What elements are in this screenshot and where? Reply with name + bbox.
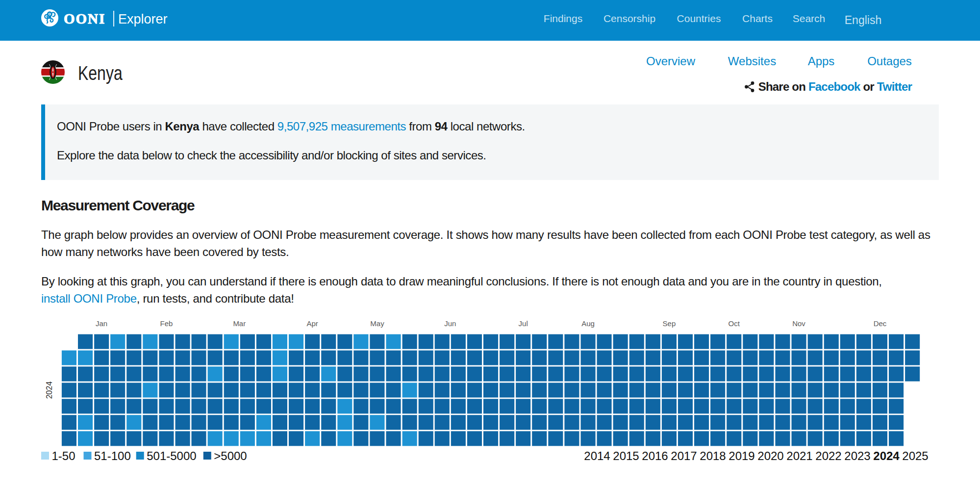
svg-text:2024: 2024 — [45, 382, 53, 399]
svg-text:Mar: Mar — [233, 319, 246, 328]
svg-text:2023: 2023 — [844, 449, 870, 462]
svg-text:2022: 2022 — [815, 449, 841, 462]
svg-text:1-50: 1-50 — [52, 449, 75, 462]
svg-text:2017: 2017 — [671, 449, 697, 462]
svg-text:2021: 2021 — [786, 449, 812, 462]
svg-text:Jan: Jan — [96, 319, 107, 328]
svg-text:Jul: Jul — [519, 319, 528, 328]
svg-text:Sep: Sep — [663, 319, 676, 328]
svg-text:Jun: Jun — [444, 319, 456, 328]
svg-text:Apr: Apr — [306, 319, 318, 328]
svg-text:Feb: Feb — [160, 319, 173, 328]
svg-text:2014: 2014 — [584, 449, 610, 462]
svg-text:Nov: Nov — [792, 319, 805, 328]
svg-text:>5000: >5000 — [214, 449, 247, 462]
svg-text:2025: 2025 — [902, 449, 928, 462]
svg-text:501-5000: 501-5000 — [147, 449, 196, 462]
svg-text:2019: 2019 — [729, 449, 754, 462]
svg-text:2020: 2020 — [757, 449, 783, 462]
svg-text:2015: 2015 — [613, 449, 639, 462]
svg-text:Oct: Oct — [729, 319, 740, 328]
svg-text:Dec: Dec — [874, 319, 887, 328]
svg-text:Aug: Aug — [581, 319, 595, 328]
svg-text:2016: 2016 — [642, 449, 668, 462]
svg-text:51-100: 51-100 — [94, 449, 131, 462]
svg-text:May: May — [370, 319, 384, 328]
svg-text:2018: 2018 — [700, 449, 726, 462]
svg-text:2024: 2024 — [873, 449, 900, 462]
